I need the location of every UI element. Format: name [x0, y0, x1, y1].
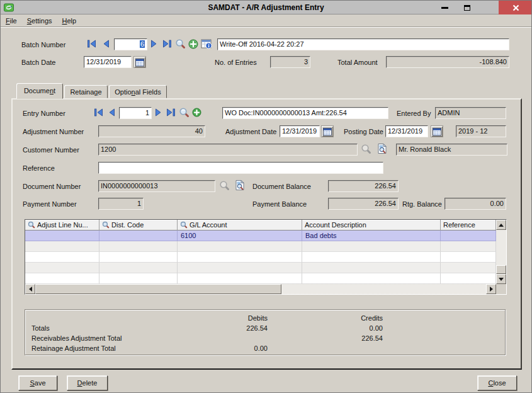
entry-description-input[interactable]: WO Doc:IN0000000000013 Amt:226.54	[222, 107, 388, 119]
entry-new-icon[interactable]	[192, 108, 201, 117]
grid-header-adjust-line[interactable]: Adjust Line Nu...	[25, 220, 99, 231]
document-inquiry-icon[interactable]	[234, 179, 246, 191]
maximize-button[interactable]	[458, 1, 477, 14]
adjustment-date-input[interactable]: 12/31/2019	[280, 125, 320, 137]
customer-number-value: 1200	[98, 144, 358, 156]
grid-cell[interactable]	[99, 273, 178, 284]
entered-by-value: ADMIN	[435, 107, 506, 119]
grid-header-account-description[interactable]: Account Description	[302, 220, 441, 231]
grid-cell[interactable]	[441, 252, 496, 263]
grid-row[interactable]	[25, 241, 506, 252]
entry-next-icon[interactable]	[155, 108, 162, 117]
customer-number-label: Customer Number	[23, 146, 79, 154]
grid-cell[interactable]	[441, 231, 496, 241]
batch-description-input[interactable]: Write-Off 2016-04-22 20:27	[217, 38, 509, 50]
grid-cell[interactable]	[302, 273, 441, 284]
total-amount-label: Total Amount	[337, 59, 378, 66]
entry-previous-icon[interactable]	[108, 108, 115, 117]
batch-first-icon[interactable]	[87, 39, 97, 48]
document-number-label: Document Number	[23, 183, 81, 190]
column-finder-icon	[180, 221, 188, 229]
vertical-scrollbar-thumb[interactable]	[496, 265, 506, 274]
grid-cell[interactable]	[441, 273, 496, 284]
horizontal-scrollbar-thumb[interactable]	[35, 284, 281, 294]
entry-number-input[interactable]: 1	[119, 107, 152, 119]
batch-new-icon[interactable]	[188, 39, 198, 49]
close-button[interactable]: Close	[477, 375, 517, 390]
batch-number-label: Batch Number	[21, 41, 65, 48]
totals-row-label: Totals	[31, 324, 50, 332]
close-window-button[interactable]	[499, 1, 532, 14]
entry-last-icon[interactable]	[166, 108, 176, 117]
batch-date-label: Batch Date	[21, 59, 55, 66]
grid-cell[interactable]	[99, 241, 178, 252]
customer-inquiry-icon[interactable]	[376, 143, 388, 154]
scroll-down-icon[interactable]	[496, 274, 506, 284]
adjustment-number-label: Adjustment Number	[23, 128, 84, 135]
posting-date-calendar-icon[interactable]	[431, 125, 443, 137]
grid-header-dist-code[interactable]: Dist. Code	[99, 220, 178, 231]
save-button[interactable]: Save	[18, 375, 57, 390]
grid-header-reference[interactable]: Reference	[441, 220, 496, 231]
grid-cell[interactable]	[302, 241, 441, 252]
entry-finder-icon[interactable]	[179, 107, 190, 118]
grid-cell[interactable]	[178, 273, 302, 284]
minimize-button[interactable]	[435, 1, 454, 14]
entry-first-icon[interactable]	[94, 108, 104, 117]
column-finder-icon	[102, 221, 110, 229]
batch-last-icon[interactable]	[162, 39, 172, 48]
grid-row[interactable]	[25, 263, 506, 273]
grid-cell[interactable]	[25, 252, 99, 263]
batch-finder-icon[interactable]	[175, 38, 186, 49]
grid-cell[interactable]	[99, 263, 178, 273]
grid-cell[interactable]	[302, 263, 441, 273]
grid-cell[interactable]	[302, 252, 441, 263]
grid-cell[interactable]	[25, 273, 99, 284]
grid-cell[interactable]	[178, 252, 302, 263]
grid-cell[interactable]	[25, 263, 99, 273]
menu-help[interactable]: Help	[57, 15, 82, 27]
customer-finder-icon-disabled	[361, 144, 371, 154]
grid-cell[interactable]	[25, 231, 99, 241]
grid-cell[interactable]	[178, 263, 302, 273]
payment-number-label: Payment Number	[23, 200, 77, 208]
document-balance-label: Document Balance	[252, 183, 311, 190]
document-finder-icon-disabled	[219, 180, 230, 191]
grid-cell[interactable]	[441, 241, 496, 252]
reference-input[interactable]	[98, 162, 383, 174]
grid-cell[interactable]	[178, 241, 302, 252]
grid-cell[interactable]	[99, 252, 178, 263]
menu-settings[interactable]: Settings	[22, 15, 57, 27]
adjustment-date-calendar-icon[interactable]	[321, 125, 334, 137]
grid-cell[interactable]: Bad debts	[302, 231, 441, 241]
grid-row[interactable]	[25, 273, 506, 284]
fiscal-period-value: 2019 - 12	[456, 125, 506, 137]
menu-file[interactable]: File	[1, 15, 22, 27]
grid-cell[interactable]	[25, 241, 99, 252]
tab-retainage[interactable]: Retainage	[64, 85, 108, 98]
scroll-right-icon[interactable]	[486, 284, 496, 294]
posting-date-input[interactable]: 12/31/2019	[385, 125, 428, 137]
grid-cell[interactable]	[441, 263, 496, 273]
close-icon	[512, 4, 519, 11]
tab-document[interactable]: Document	[16, 83, 63, 99]
batch-previous-icon[interactable]	[102, 39, 110, 48]
grid-row-selected[interactable]: 6100 Bad debts	[25, 231, 506, 241]
batch-next-icon[interactable]	[150, 39, 158, 48]
grid-cell[interactable]: 6100	[178, 231, 302, 241]
batch-number-input[interactable]: 6	[114, 38, 147, 50]
grid-cell[interactable]	[99, 231, 178, 241]
grid-header-gl-account[interactable]: G/L Account	[178, 220, 302, 231]
document-number-value: IN0000000000013	[98, 180, 215, 192]
grid-row[interactable]	[25, 252, 506, 263]
scroll-left-icon[interactable]	[25, 284, 35, 294]
scroll-up-icon[interactable]	[496, 220, 506, 230]
posting-date-label: Posting Date	[344, 128, 383, 135]
batch-info-icon[interactable]	[201, 38, 213, 50]
batch-date-calendar-icon[interactable]	[133, 56, 146, 68]
delete-button[interactable]: Delete	[67, 375, 108, 390]
tab-optional-fields[interactable]: Optional Fields	[109, 85, 167, 98]
receivables-total-credits: 226.54	[320, 334, 383, 342]
totals-debits: 226.54	[205, 324, 268, 332]
batch-date-input[interactable]: 12/31/2019	[84, 56, 132, 68]
